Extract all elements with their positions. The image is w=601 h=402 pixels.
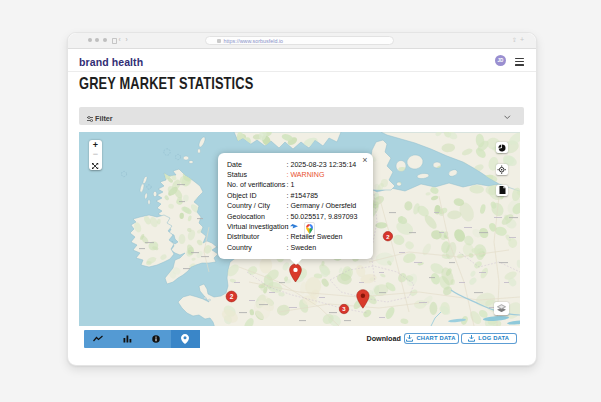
svg-text:2: 2: [230, 293, 234, 300]
